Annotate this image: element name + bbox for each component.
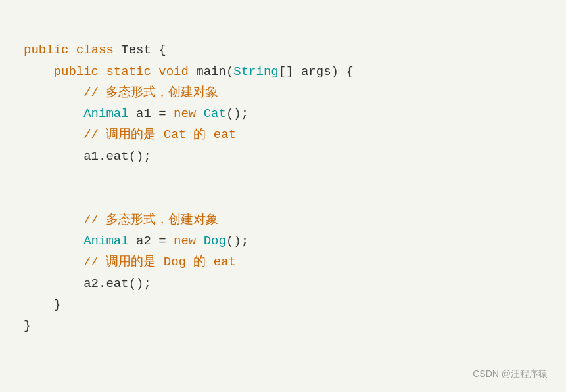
code-container: public class Test { public static void m… [0,0,566,392]
line-14: } [24,318,31,333]
code-block: public class Test { public static void m… [24,18,542,358]
line-1: public class Test { [24,43,166,57]
line-13: } [24,297,61,312]
line-5: // 调用的是 Cat 的 eat [24,127,236,142]
watermark: CSDN @汪程序猿 [473,368,548,380]
line-6: a1.eat(); [24,149,151,163]
line-10: Animal a2 = new Dog(); [24,234,248,248]
line-11: // 调用的是 Dog 的 eat [24,255,236,269]
line-4: Animal a1 = new Cat(); [24,106,248,121]
line-12: a2.eat(); [24,276,151,291]
line-9: // 多态形式，创建对象 [24,213,218,227]
line-3: // 多态形式，创建对象 [24,85,218,100]
line-2: public static void main(String[] args) { [24,64,354,79]
